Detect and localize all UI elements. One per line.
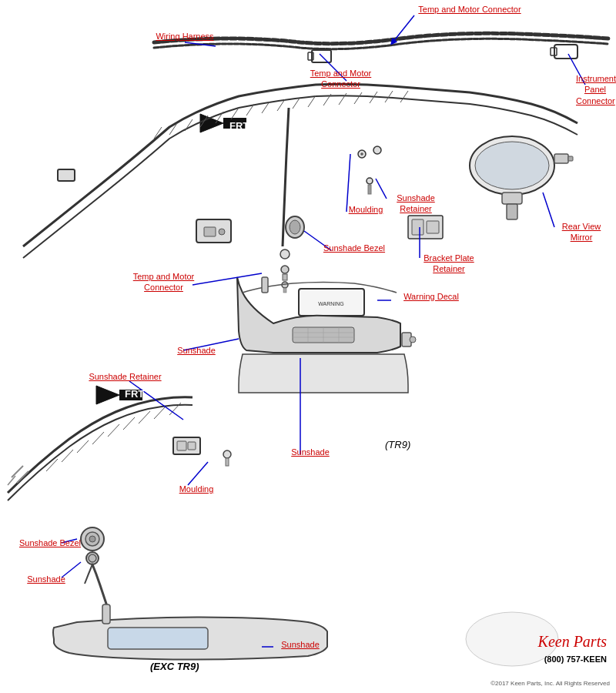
svg-line-19	[354, 92, 362, 104]
svg-point-31	[367, 178, 373, 184]
svg-rect-73	[188, 442, 196, 450]
label-sunshade-mid[interactable]: Sunshade	[283, 447, 337, 457]
svg-rect-38	[568, 156, 573, 161]
svg-point-40	[290, 220, 300, 234]
svg-rect-0	[554, 45, 578, 59]
label-sunshade-bottom-left[interactable]: Sunshade	[19, 574, 73, 584]
svg-point-74	[223, 450, 231, 458]
svg-point-58	[410, 336, 416, 343]
label-sunshade-retainer-bottom[interactable]: Sunshade Retainer	[89, 371, 162, 382]
label-moulding-bottom[interactable]: Moulding	[166, 484, 227, 494]
label-sunshade-bezel-top[interactable]: Sunshade Bezel	[320, 243, 389, 253]
label-instrument-panel-connector[interactable]: Instrument Panel Connector	[576, 73, 614, 106]
svg-rect-59	[262, 277, 268, 293]
label-temp-motor-connector-left[interactable]: Temp and Motor Connector	[123, 271, 204, 293]
svg-marker-69	[96, 386, 119, 404]
svg-line-101	[188, 462, 208, 485]
svg-point-47	[281, 266, 289, 273]
svg-point-83	[89, 554, 96, 562]
svg-line-91	[346, 154, 350, 212]
label-temp-motor-connector-mid[interactable]: Temp and Motor Connector	[300, 68, 381, 90]
svg-line-66	[139, 411, 150, 424]
svg-line-62	[77, 440, 89, 453]
phone-number: (800) 757-KEEN	[544, 654, 607, 664]
svg-rect-72	[177, 441, 186, 450]
svg-point-30	[373, 146, 381, 154]
label-bracket-plate-retainer[interactable]: Bracket Plate Retainer	[410, 253, 487, 275]
svg-rect-43	[427, 221, 439, 233]
svg-rect-48	[283, 274, 287, 280]
svg-line-76	[12, 466, 23, 477]
svg-line-8	[185, 119, 192, 131]
label-sunshade-bottom-right[interactable]: Sunshade	[273, 639, 327, 650]
svg-text:WARNING: WARNING	[318, 301, 344, 306]
label-warning-decal[interactable]: Warning Decal	[393, 291, 470, 302]
svg-rect-23	[58, 169, 75, 181]
svg-line-65	[123, 417, 135, 430]
label-frt-bottom: FRT	[125, 388, 144, 401]
svg-rect-42	[412, 219, 424, 235]
svg-point-46	[280, 249, 290, 259]
svg-rect-25	[204, 227, 216, 236]
svg-rect-35	[502, 192, 522, 204]
label-exc-tr9: (EXC TR9)	[150, 661, 199, 674]
label-rear-view-mirror[interactable]: Rear View Mirror	[551, 221, 612, 243]
svg-line-22	[400, 91, 408, 102]
svg-point-81	[89, 536, 95, 542]
label-sunshade-retainer-top[interactable]: Sunshade Retainer	[381, 192, 450, 215]
copyright-text: ©2017 Keen Parts, Inc. All Rights Reserv…	[490, 680, 610, 687]
svg-rect-37	[554, 154, 568, 163]
svg-line-67	[154, 407, 166, 419]
svg-line-18	[339, 93, 346, 105]
label-frt-top: FRT	[229, 120, 249, 133]
svg-line-77	[17, 471, 28, 483]
svg-rect-50	[283, 288, 286, 293]
svg-rect-32	[368, 185, 371, 194]
label-tr9: (TR9)	[385, 439, 410, 452]
diagram-container: WARNING	[0, 0, 616, 693]
label-wiring-harness[interactable]: Wiring Harness	[142, 31, 227, 42]
label-sunshade-bezel-bottom[interactable]: Sunshade Bezel	[15, 537, 85, 548]
svg-rect-85	[102, 604, 110, 624]
svg-line-63	[92, 432, 104, 444]
svg-rect-36	[507, 204, 517, 219]
label-temp-motor-connector-top[interactable]: Temp and Motor Connector	[408, 4, 531, 15]
label-sunshade-top[interactable]: Sunshade	[169, 345, 223, 356]
svg-rect-84	[108, 628, 208, 649]
svg-line-64	[108, 424, 119, 437]
keen-parts-logo: Keen Parts	[538, 633, 607, 651]
svg-rect-75	[226, 458, 229, 466]
svg-point-34	[475, 142, 549, 189]
svg-point-26	[219, 229, 225, 235]
